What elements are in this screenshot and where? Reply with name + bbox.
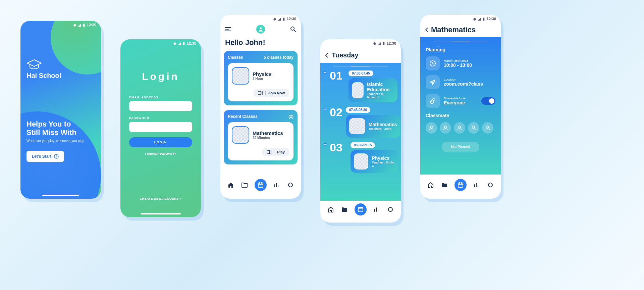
tab-home[interactable] bbox=[327, 206, 334, 213]
graduation-cap-icon bbox=[26, 59, 42, 69]
schedule-card[interactable]: Physics Teacher : Emily C bbox=[351, 150, 397, 173]
class-title: Physics bbox=[253, 71, 272, 77]
tab-calendar[interactable] bbox=[355, 203, 367, 215]
location-label: Location bbox=[444, 78, 483, 81]
hero-headline-line: Still Miss With bbox=[26, 128, 76, 137]
tab-profile[interactable] bbox=[287, 181, 294, 189]
create-account-link[interactable]: CREATE NEW ACCOUNT > bbox=[120, 197, 201, 200]
recent-count: (2) bbox=[288, 114, 293, 119]
clock-icon bbox=[426, 56, 440, 70]
login-title: Login bbox=[129, 71, 192, 82]
schedule-time: 07.45-08.30 bbox=[346, 107, 370, 113]
recent-card[interactable]: Mathematics 20 Minutes Play bbox=[228, 122, 293, 160]
status-bar: ◆ ◢ ▮ 12:30 bbox=[320, 39, 401, 47]
search-icon[interactable] bbox=[290, 26, 296, 32]
login-button[interactable]: LOGIN bbox=[129, 137, 192, 147]
tab-stats[interactable] bbox=[473, 181, 480, 189]
password-field[interactable] bbox=[129, 122, 192, 132]
tab-indicator bbox=[333, 66, 388, 66]
schedule-card[interactable]: Mathematics Teachers : John bbox=[346, 115, 400, 138]
subject-thumbnail bbox=[352, 82, 364, 98]
wifi-icon: ◆ bbox=[173, 41, 176, 46]
button-label: Join Now bbox=[268, 91, 285, 95]
folder-icon bbox=[241, 182, 248, 188]
calendar-icon bbox=[458, 182, 464, 188]
play-button[interactable]: Play bbox=[262, 148, 289, 156]
status-time: 12:30 bbox=[87, 23, 96, 27]
tab-profile[interactable] bbox=[487, 181, 494, 189]
forgot-password-link[interactable]: Forgotten Password? bbox=[129, 152, 192, 155]
date-label: March, 25th 2023 bbox=[444, 59, 472, 62]
folder-icon bbox=[441, 182, 448, 188]
divider bbox=[265, 91, 266, 95]
tab-home[interactable] bbox=[227, 181, 234, 189]
tab-calendar[interactable] bbox=[454, 179, 467, 191]
password-label: PASSWORD bbox=[129, 116, 192, 120]
user-icon bbox=[485, 125, 491, 131]
subject-thumbnail bbox=[349, 118, 365, 134]
status-bar: ◆ ◢ ▮ 12:30 bbox=[420, 15, 501, 23]
schedule-row: 02 07.45-08.30 Mathematics Teachers : Jo… bbox=[324, 106, 397, 138]
tab-files[interactable] bbox=[341, 206, 348, 213]
planning-header: Planning bbox=[426, 47, 495, 52]
schedule-number: 03 bbox=[330, 142, 347, 153]
tab-indicator bbox=[434, 42, 487, 42]
tab-profile[interactable] bbox=[387, 206, 394, 213]
not-present-button[interactable]: Not Present bbox=[442, 142, 479, 152]
detail-title: Mathematics bbox=[431, 26, 476, 34]
recent-classes-block: Recent Classes (2) Mathematics 20 Minute… bbox=[224, 110, 298, 164]
classes-block: Classes 5 classes today Physics 2 Hour J… bbox=[224, 51, 298, 105]
login-screen: ◆ ◢ ▮ 12:30 Login EMAIL ADDRESS PASSWORD… bbox=[120, 39, 201, 217]
subject-thumbnail bbox=[354, 153, 368, 170]
join-now-button[interactable]: Join Now bbox=[253, 89, 289, 97]
chevron-left-icon[interactable] bbox=[325, 53, 328, 58]
wifi-icon: ◆ bbox=[473, 17, 476, 21]
svg-point-16 bbox=[488, 183, 492, 187]
classmate-avatar[interactable] bbox=[482, 122, 493, 134]
wifi-icon: ◆ bbox=[373, 41, 376, 46]
classmate-avatar[interactable] bbox=[440, 122, 451, 134]
signal-icon: ◢ bbox=[178, 41, 181, 46]
email-field[interactable] bbox=[129, 101, 192, 111]
avatar[interactable] bbox=[256, 25, 265, 34]
schedule-row: 01 07.00-07.45 Islamic Education Teacher… bbox=[324, 70, 397, 102]
circle-icon bbox=[487, 182, 493, 188]
hero-screen: ◆ ◢ ▮ 12:30 Hai School Helps You to Stil… bbox=[20, 21, 101, 199]
home-icon bbox=[327, 206, 334, 213]
home-indicator bbox=[42, 195, 79, 196]
classmate-avatar[interactable] bbox=[454, 122, 465, 134]
toggle-knob bbox=[489, 98, 494, 104]
class-thumbnail bbox=[232, 126, 249, 144]
recent-header: Recent Classes bbox=[228, 114, 258, 119]
tab-home[interactable] bbox=[427, 181, 434, 189]
schedule-card[interactable]: Islamic Education Teacher : M. Ikhsanul bbox=[348, 78, 397, 102]
svg-point-11 bbox=[444, 126, 446, 128]
tab-files[interactable] bbox=[241, 181, 248, 189]
classmate-avatar[interactable] bbox=[426, 122, 437, 134]
chevron-left-icon[interactable] bbox=[425, 27, 428, 33]
tab-files[interactable] bbox=[441, 181, 448, 189]
timeline-dot bbox=[324, 108, 326, 110]
classmate-avatar[interactable] bbox=[468, 122, 479, 134]
schedule-day: Tuesday bbox=[332, 51, 359, 59]
circle-icon bbox=[387, 206, 393, 212]
class-card[interactable]: Physics 2 Hour Join Now bbox=[228, 63, 293, 101]
info-row-time: March, 25th 2023 10:00 - 13:00 bbox=[426, 56, 495, 70]
subject-meta: Teachers : John bbox=[369, 127, 397, 131]
share-toggle[interactable] bbox=[481, 97, 495, 105]
classes-header: Classes bbox=[228, 55, 243, 60]
home-icon bbox=[427, 182, 434, 188]
timeline-dot bbox=[324, 143, 326, 146]
location-value[interactable]: zoom.com/?class bbox=[444, 81, 483, 87]
tab-bar bbox=[420, 177, 501, 193]
subject-title: Mathematics bbox=[369, 122, 397, 127]
user-icon bbox=[457, 125, 463, 131]
battery-icon: ▮ bbox=[483, 17, 485, 21]
tab-stats[interactable] bbox=[273, 181, 280, 189]
tab-stats[interactable] bbox=[373, 206, 380, 213]
schedule-number: 02 bbox=[330, 106, 342, 118]
hero-subtitle: Wherever you play, whenever you play bbox=[26, 139, 95, 143]
menu-icon[interactable] bbox=[225, 27, 231, 32]
tab-calendar[interactable] bbox=[255, 179, 267, 191]
lets-start-button[interactable]: Let's Start bbox=[26, 151, 64, 162]
